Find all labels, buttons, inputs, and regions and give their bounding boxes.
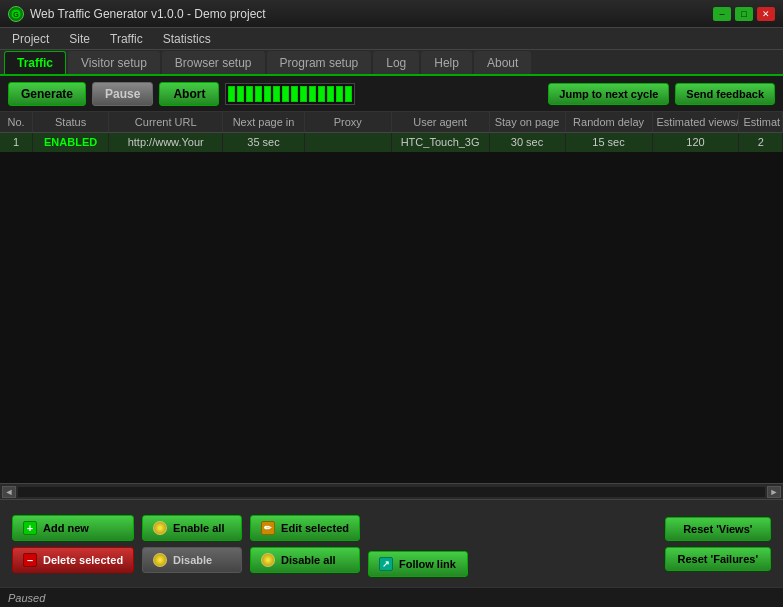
maximize-button[interactable]: □ (735, 7, 753, 21)
col-header-url: Current URL (109, 112, 223, 132)
scroll-left-button[interactable]: ◄ (2, 486, 16, 498)
cell-no: 1 (0, 132, 33, 152)
table-header-row: No. Status Current URL Next page in Prox… (0, 112, 783, 132)
app-icon: G (8, 6, 24, 22)
cell-est2: 2 (739, 132, 783, 152)
col-edit-follow: ✏ Edit selected Disable all (250, 515, 360, 573)
main-content: Generate Pause Abort Jump to next cycle … (0, 76, 783, 607)
yellow-circle3-icon (261, 553, 275, 567)
tab-browser-setup[interactable]: Browser setup (162, 51, 265, 74)
cell-user-agent: HTC_Touch_3G (391, 132, 489, 152)
col-header-no: No. (0, 112, 33, 132)
cell-est-views: 120 (652, 132, 739, 152)
follow-link-button[interactable]: ↗ Follow link (368, 551, 468, 577)
col-header-ua: User agent (391, 112, 489, 132)
delete-selected-button[interactable]: – Delete selected (12, 547, 134, 573)
col-reset: Reset 'Views' Reset 'Failures' (665, 517, 771, 571)
pause-button[interactable]: Pause (92, 82, 153, 106)
cell-proxy (304, 132, 391, 152)
tab-traffic[interactable]: Traffic (4, 51, 66, 74)
yellow-circle-icon (153, 521, 167, 535)
scroll-track[interactable] (18, 487, 765, 497)
data-table-container: No. Status Current URL Next page in Prox… (0, 112, 783, 483)
minus-icon: – (23, 553, 37, 567)
cell-random-delay: 15 sec (565, 132, 652, 152)
col-header-est: Estimated views/ (652, 112, 739, 132)
reset-failures-button[interactable]: Reset 'Failures' (665, 547, 771, 571)
window-title: Web Traffic Generator v1.0.0 - Demo proj… (30, 7, 266, 21)
menu-statistics[interactable]: Statistics (155, 30, 219, 48)
feedback-button[interactable]: Send feedback (675, 83, 775, 105)
col-add-delete: + Add new – Delete selected (12, 515, 134, 573)
edit-icon: ✏ (261, 521, 275, 535)
status-bar: Paused (0, 587, 783, 607)
reset-views-button[interactable]: Reset 'Views' (665, 517, 771, 541)
tab-about[interactable]: About (474, 51, 531, 74)
tab-visitor-setup[interactable]: Visitor setup (68, 51, 160, 74)
disable-all-button[interactable]: Disable all (250, 547, 360, 573)
menu-project[interactable]: Project (4, 30, 57, 48)
col-header-status: Status (33, 112, 109, 132)
enable-all-button[interactable]: Enable all (142, 515, 242, 541)
horizontal-scrollbar[interactable]: ◄ ► (0, 483, 783, 499)
cell-stay: 30 sec (489, 132, 565, 152)
yellow-circle2-icon (153, 553, 167, 567)
menu-site[interactable]: Site (61, 30, 98, 48)
close-button[interactable]: ✕ (757, 7, 775, 21)
status-text: Paused (8, 592, 45, 604)
minimize-button[interactable]: – (713, 7, 731, 21)
tab-bar: Traffic Visitor setup Browser setup Prog… (0, 50, 783, 76)
tab-help[interactable]: Help (421, 51, 472, 74)
cell-next-page: 35 sec (223, 132, 305, 152)
disable-button[interactable]: Disable (142, 547, 242, 573)
tab-log[interactable]: Log (373, 51, 419, 74)
table-row[interactable]: 1 ENABLED http://www.Your 35 sec HTC_Tou… (0, 132, 783, 152)
jump-button[interactable]: Jump to next cycle (548, 83, 669, 105)
arrow-icon: ↗ (379, 557, 393, 571)
menu-bar: Project Site Traffic Statistics (0, 28, 783, 50)
add-new-button[interactable]: + Add new (12, 515, 134, 541)
col-enable-disable: Enable all Disable (142, 515, 242, 573)
menu-traffic[interactable]: Traffic (102, 30, 151, 48)
generate-button[interactable]: Generate (8, 82, 86, 106)
title-bar: G Web Traffic Generator v1.0.0 - Demo pr… (0, 0, 783, 28)
col-follow: ↗ Follow link (368, 511, 468, 577)
bottom-bar: + Add new – Delete selected Enable all D… (0, 499, 783, 587)
toolbar: Generate Pause Abort Jump to next cycle … (0, 76, 783, 112)
abort-button[interactable]: Abort (159, 82, 219, 106)
cell-status: ENABLED (33, 132, 109, 152)
plus-icon: + (23, 521, 37, 535)
col-header-est2: Estimat (739, 112, 783, 132)
col-header-rnd: Random delay (565, 112, 652, 132)
cell-url: http://www.Your (109, 132, 223, 152)
svg-text:G: G (13, 11, 18, 18)
scroll-right-button[interactable]: ► (767, 486, 781, 498)
tab-program-setup[interactable]: Program setup (267, 51, 372, 74)
col-header-next: Next page in (223, 112, 305, 132)
progress-bar (225, 83, 355, 105)
traffic-table: No. Status Current URL Next page in Prox… (0, 112, 783, 152)
col-header-proxy: Proxy (304, 112, 391, 132)
edit-selected-button[interactable]: ✏ Edit selected (250, 515, 360, 541)
col-header-stay: Stay on page (489, 112, 565, 132)
